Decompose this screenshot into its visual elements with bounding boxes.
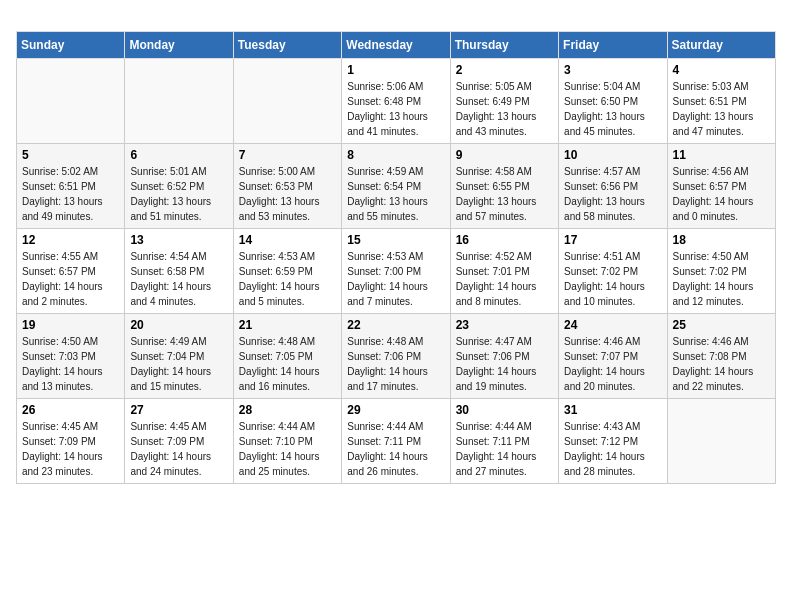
calendar-cell: 13Sunrise: 4:54 AM Sunset: 6:58 PM Dayli… <box>125 229 233 314</box>
calendar-cell: 12Sunrise: 4:55 AM Sunset: 6:57 PM Dayli… <box>17 229 125 314</box>
calendar-cell: 11Sunrise: 4:56 AM Sunset: 6:57 PM Dayli… <box>667 144 775 229</box>
col-header-monday: Monday <box>125 32 233 59</box>
day-number: 5 <box>22 148 119 162</box>
day-number: 18 <box>673 233 770 247</box>
day-info: Sunrise: 4:45 AM Sunset: 7:09 PM Dayligh… <box>130 419 227 479</box>
calendar-cell: 10Sunrise: 4:57 AM Sunset: 6:56 PM Dayli… <box>559 144 667 229</box>
day-number: 13 <box>130 233 227 247</box>
day-info: Sunrise: 4:50 AM Sunset: 7:02 PM Dayligh… <box>673 249 770 309</box>
week-row-3: 12Sunrise: 4:55 AM Sunset: 6:57 PM Dayli… <box>17 229 776 314</box>
day-info: Sunrise: 4:53 AM Sunset: 7:00 PM Dayligh… <box>347 249 444 309</box>
day-info: Sunrise: 4:50 AM Sunset: 7:03 PM Dayligh… <box>22 334 119 394</box>
day-info: Sunrise: 4:44 AM Sunset: 7:10 PM Dayligh… <box>239 419 336 479</box>
day-number: 9 <box>456 148 553 162</box>
calendar-cell: 19Sunrise: 4:50 AM Sunset: 7:03 PM Dayli… <box>17 314 125 399</box>
day-number: 14 <box>239 233 336 247</box>
day-number: 11 <box>673 148 770 162</box>
day-info: Sunrise: 4:51 AM Sunset: 7:02 PM Dayligh… <box>564 249 661 309</box>
day-info: Sunrise: 4:55 AM Sunset: 6:57 PM Dayligh… <box>22 249 119 309</box>
day-number: 30 <box>456 403 553 417</box>
day-number: 7 <box>239 148 336 162</box>
calendar-cell: 15Sunrise: 4:53 AM Sunset: 7:00 PM Dayli… <box>342 229 450 314</box>
calendar-cell: 20Sunrise: 4:49 AM Sunset: 7:04 PM Dayli… <box>125 314 233 399</box>
day-info: Sunrise: 5:03 AM Sunset: 6:51 PM Dayligh… <box>673 79 770 139</box>
day-number: 29 <box>347 403 444 417</box>
day-number: 25 <box>673 318 770 332</box>
calendar-cell: 1Sunrise: 5:06 AM Sunset: 6:48 PM Daylig… <box>342 59 450 144</box>
calendar-cell: 9Sunrise: 4:58 AM Sunset: 6:55 PM Daylig… <box>450 144 558 229</box>
calendar-table: SundayMondayTuesdayWednesdayThursdayFrid… <box>16 31 776 484</box>
day-number: 16 <box>456 233 553 247</box>
calendar-cell: 26Sunrise: 4:45 AM Sunset: 7:09 PM Dayli… <box>17 399 125 484</box>
calendar-cell: 23Sunrise: 4:47 AM Sunset: 7:06 PM Dayli… <box>450 314 558 399</box>
calendar-cell: 24Sunrise: 4:46 AM Sunset: 7:07 PM Dayli… <box>559 314 667 399</box>
day-info: Sunrise: 4:46 AM Sunset: 7:07 PM Dayligh… <box>564 334 661 394</box>
day-number: 15 <box>347 233 444 247</box>
week-row-4: 19Sunrise: 4:50 AM Sunset: 7:03 PM Dayli… <box>17 314 776 399</box>
day-number: 22 <box>347 318 444 332</box>
day-number: 31 <box>564 403 661 417</box>
calendar-cell: 17Sunrise: 4:51 AM Sunset: 7:02 PM Dayli… <box>559 229 667 314</box>
day-info: Sunrise: 4:48 AM Sunset: 7:06 PM Dayligh… <box>347 334 444 394</box>
day-info: Sunrise: 4:45 AM Sunset: 7:09 PM Dayligh… <box>22 419 119 479</box>
day-info: Sunrise: 4:49 AM Sunset: 7:04 PM Dayligh… <box>130 334 227 394</box>
calendar-cell: 30Sunrise: 4:44 AM Sunset: 7:11 PM Dayli… <box>450 399 558 484</box>
day-info: Sunrise: 4:52 AM Sunset: 7:01 PM Dayligh… <box>456 249 553 309</box>
day-info: Sunrise: 5:05 AM Sunset: 6:49 PM Dayligh… <box>456 79 553 139</box>
calendar-cell: 18Sunrise: 4:50 AM Sunset: 7:02 PM Dayli… <box>667 229 775 314</box>
day-info: Sunrise: 5:06 AM Sunset: 6:48 PM Dayligh… <box>347 79 444 139</box>
day-number: 28 <box>239 403 336 417</box>
calendar-cell: 31Sunrise: 4:43 AM Sunset: 7:12 PM Dayli… <box>559 399 667 484</box>
day-info: Sunrise: 4:56 AM Sunset: 6:57 PM Dayligh… <box>673 164 770 224</box>
week-row-1: 1Sunrise: 5:06 AM Sunset: 6:48 PM Daylig… <box>17 59 776 144</box>
calendar-cell: 14Sunrise: 4:53 AM Sunset: 6:59 PM Dayli… <box>233 229 341 314</box>
day-info: Sunrise: 4:54 AM Sunset: 6:58 PM Dayligh… <box>130 249 227 309</box>
page-header <box>16 16 776 21</box>
day-info: Sunrise: 4:59 AM Sunset: 6:54 PM Dayligh… <box>347 164 444 224</box>
week-row-5: 26Sunrise: 4:45 AM Sunset: 7:09 PM Dayli… <box>17 399 776 484</box>
day-number: 17 <box>564 233 661 247</box>
calendar-cell: 28Sunrise: 4:44 AM Sunset: 7:10 PM Dayli… <box>233 399 341 484</box>
day-info: Sunrise: 4:46 AM Sunset: 7:08 PM Dayligh… <box>673 334 770 394</box>
col-header-friday: Friday <box>559 32 667 59</box>
calendar-cell: 25Sunrise: 4:46 AM Sunset: 7:08 PM Dayli… <box>667 314 775 399</box>
col-header-tuesday: Tuesday <box>233 32 341 59</box>
day-info: Sunrise: 4:57 AM Sunset: 6:56 PM Dayligh… <box>564 164 661 224</box>
day-number: 23 <box>456 318 553 332</box>
calendar-cell: 16Sunrise: 4:52 AM Sunset: 7:01 PM Dayli… <box>450 229 558 314</box>
day-number: 19 <box>22 318 119 332</box>
calendar-cell: 21Sunrise: 4:48 AM Sunset: 7:05 PM Dayli… <box>233 314 341 399</box>
header-row: SundayMondayTuesdayWednesdayThursdayFrid… <box>17 32 776 59</box>
day-number: 2 <box>456 63 553 77</box>
day-number: 24 <box>564 318 661 332</box>
day-number: 26 <box>22 403 119 417</box>
calendar-cell: 8Sunrise: 4:59 AM Sunset: 6:54 PM Daylig… <box>342 144 450 229</box>
col-header-saturday: Saturday <box>667 32 775 59</box>
day-number: 12 <box>22 233 119 247</box>
calendar-cell: 27Sunrise: 4:45 AM Sunset: 7:09 PM Dayli… <box>125 399 233 484</box>
col-header-sunday: Sunday <box>17 32 125 59</box>
day-info: Sunrise: 5:00 AM Sunset: 6:53 PM Dayligh… <box>239 164 336 224</box>
day-number: 21 <box>239 318 336 332</box>
day-number: 4 <box>673 63 770 77</box>
calendar-cell <box>17 59 125 144</box>
calendar-cell: 5Sunrise: 5:02 AM Sunset: 6:51 PM Daylig… <box>17 144 125 229</box>
day-number: 8 <box>347 148 444 162</box>
day-info: Sunrise: 5:02 AM Sunset: 6:51 PM Dayligh… <box>22 164 119 224</box>
day-number: 10 <box>564 148 661 162</box>
calendar-cell: 2Sunrise: 5:05 AM Sunset: 6:49 PM Daylig… <box>450 59 558 144</box>
day-info: Sunrise: 4:43 AM Sunset: 7:12 PM Dayligh… <box>564 419 661 479</box>
day-info: Sunrise: 4:53 AM Sunset: 6:59 PM Dayligh… <box>239 249 336 309</box>
day-number: 1 <box>347 63 444 77</box>
day-number: 3 <box>564 63 661 77</box>
calendar-cell: 4Sunrise: 5:03 AM Sunset: 6:51 PM Daylig… <box>667 59 775 144</box>
calendar-cell <box>667 399 775 484</box>
week-row-2: 5Sunrise: 5:02 AM Sunset: 6:51 PM Daylig… <box>17 144 776 229</box>
calendar-cell: 22Sunrise: 4:48 AM Sunset: 7:06 PM Dayli… <box>342 314 450 399</box>
day-info: Sunrise: 4:58 AM Sunset: 6:55 PM Dayligh… <box>456 164 553 224</box>
calendar-cell: 3Sunrise: 5:04 AM Sunset: 6:50 PM Daylig… <box>559 59 667 144</box>
col-header-thursday: Thursday <box>450 32 558 59</box>
col-header-wednesday: Wednesday <box>342 32 450 59</box>
calendar-cell: 7Sunrise: 5:00 AM Sunset: 6:53 PM Daylig… <box>233 144 341 229</box>
day-info: Sunrise: 4:47 AM Sunset: 7:06 PM Dayligh… <box>456 334 553 394</box>
